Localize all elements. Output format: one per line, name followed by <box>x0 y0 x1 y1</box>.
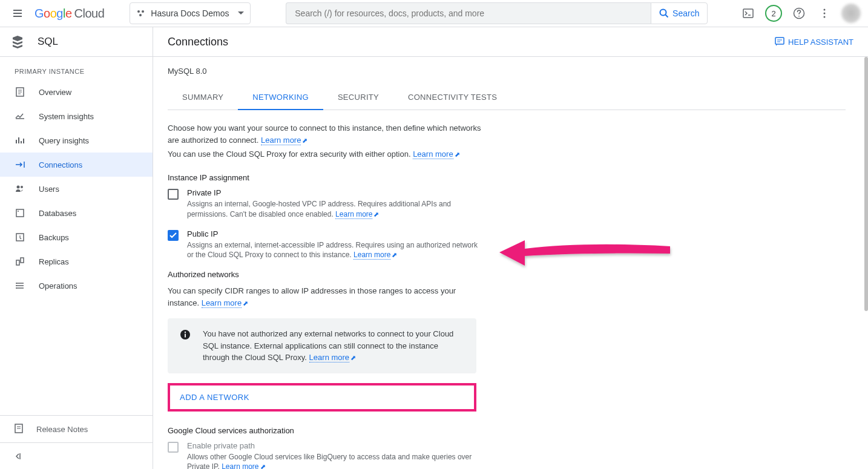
project-icon <box>136 8 146 18</box>
sidebar-item-replicas[interactable]: Replicas <box>0 249 153 274</box>
intro-text-2: You can use the Cloud SQL Proxy for extr… <box>168 149 853 159</box>
private-path-checkbox <box>168 442 179 453</box>
operations-icon <box>15 282 25 289</box>
external-link-icon: ⬈ <box>302 137 307 144</box>
private-ip-desc: Assigns an internal, Google-hosted VPC I… <box>187 199 482 220</box>
svg-point-3 <box>660 10 666 16</box>
learn-more-link[interactable]: Learn more <box>413 149 453 159</box>
svg-point-6 <box>824 9 826 11</box>
sidebar-item-users[interactable]: Users <box>0 177 153 201</box>
cloud-shell-icon[interactable] <box>740 5 757 22</box>
private-ip-checkbox[interactable] <box>168 189 179 200</box>
collapse-sidebar-button[interactable] <box>0 442 153 469</box>
more-options-icon[interactable] <box>816 5 833 22</box>
public-ip-checkbox[interactable] <box>168 230 179 241</box>
learn-more-link[interactable]: Learn more <box>261 136 301 145</box>
sidebar-item-query-insights[interactable]: Query insights <box>0 128 153 153</box>
chevron-left-icon <box>15 453 22 460</box>
connections-icon <box>15 161 25 168</box>
instance-subtitle: MySQL 8.0 <box>168 67 853 76</box>
chat-icon <box>775 37 784 47</box>
gcs-auth-title: Google Cloud services authorization <box>168 426 853 435</box>
users-icon <box>15 185 25 192</box>
authorized-networks-desc: You can specify CIDR ranges to allow IP … <box>168 285 482 309</box>
tab-networking[interactable]: NETWORKING <box>238 85 323 110</box>
private-ip-label: Private IP <box>187 188 482 197</box>
svg-point-13 <box>18 211 19 212</box>
product-title: SQL <box>38 36 58 48</box>
notifications-badge[interactable]: 2 <box>765 5 782 22</box>
tab-summary[interactable]: SUMMARY <box>168 85 238 110</box>
public-ip-label: Public IP <box>187 229 482 238</box>
query-insights-icon <box>15 136 25 145</box>
tab-connectivity-tests[interactable]: CONNECTIVITY TESTS <box>393 85 511 110</box>
overview-icon <box>15 87 25 97</box>
search-box[interactable] <box>286 2 651 24</box>
learn-more-link[interactable]: Learn more <box>309 353 349 362</box>
external-link-icon: ⬈ <box>455 151 460 158</box>
external-link-icon: ⬈ <box>392 251 397 258</box>
add-network-button[interactable]: ADD A NETWORK <box>168 383 476 412</box>
ip-assignment-title: Instance IP assignment <box>168 173 853 182</box>
learn-more-link[interactable]: Learn more <box>335 210 372 219</box>
check-icon <box>169 232 177 238</box>
svg-point-8 <box>824 16 826 18</box>
svg-rect-4 <box>743 9 753 18</box>
external-link-icon: ⬈ <box>260 463 266 469</box>
project-name: Hasura Docs Demos <box>151 8 233 18</box>
release-notes-icon <box>15 424 23 435</box>
external-link-icon: ⬈ <box>243 300 248 307</box>
google-cloud-logo[interactable]: GoogleCloud <box>35 7 104 21</box>
svg-point-10 <box>17 186 20 189</box>
page-title: Connections <box>168 36 228 48</box>
replicas-icon <box>15 257 25 266</box>
release-notes-link[interactable]: Release Notes <box>0 416 153 442</box>
product-header: SQL <box>0 27 153 57</box>
help-assistant-button[interactable]: HELP ASSISTANT <box>775 37 853 47</box>
scrollbar[interactable] <box>864 57 868 468</box>
tab-security[interactable]: SECURITY <box>323 85 393 110</box>
chevron-down-icon <box>238 11 244 15</box>
svg-rect-24 <box>185 334 186 338</box>
help-icon[interactable] <box>791 5 807 22</box>
search-icon <box>659 8 669 18</box>
svg-rect-21 <box>775 38 784 44</box>
learn-more-link[interactable]: Learn more <box>353 251 390 260</box>
hamburger-menu-icon[interactable] <box>7 4 27 24</box>
scrollbar-thumb[interactable] <box>864 57 868 311</box>
svg-point-1 <box>142 10 144 13</box>
svg-point-0 <box>137 10 140 13</box>
user-avatar[interactable] <box>841 4 861 23</box>
intro-text-1: Choose how you want your source to conne… <box>168 122 482 146</box>
system-insights-icon <box>15 113 25 119</box>
external-link-icon: ⬈ <box>373 211 379 218</box>
info-text: You have not authorized any external net… <box>203 328 464 364</box>
backups-icon <box>15 233 25 241</box>
sidebar-item-connections[interactable]: Connections <box>0 153 153 177</box>
svg-rect-12 <box>16 209 24 217</box>
sidebar-item-backups[interactable]: Backups <box>0 225 153 249</box>
external-link-icon: ⬈ <box>350 354 356 361</box>
learn-more-link[interactable]: Learn more <box>202 298 242 308</box>
search-button[interactable]: Search <box>651 2 708 24</box>
tabs: SUMMARY NETWORKING SECURITY CONNECTIVITY… <box>168 85 846 110</box>
svg-rect-16 <box>21 258 24 263</box>
sidebar-item-system-insights[interactable]: System insights <box>0 104 153 128</box>
public-ip-desc: Assigns an external, internet-accessible… <box>187 240 482 261</box>
info-icon <box>180 329 191 340</box>
svg-rect-15 <box>16 260 19 265</box>
sidebar-section-label: PRIMARY INSTANCE <box>0 68 153 80</box>
sidebar-item-databases[interactable]: Databases <box>0 201 153 225</box>
svg-point-7 <box>824 13 826 15</box>
sql-product-icon <box>11 35 24 48</box>
svg-point-19 <box>16 287 17 289</box>
databases-icon <box>15 209 25 217</box>
svg-point-2 <box>139 14 142 16</box>
svg-point-17 <box>16 283 17 284</box>
svg-point-11 <box>21 186 23 188</box>
project-selector[interactable]: Hasura Docs Demos <box>130 2 251 24</box>
sidebar-item-operations[interactable]: Operations <box>0 274 153 298</box>
search-input[interactable] <box>295 8 642 18</box>
learn-more-link[interactable]: Learn more <box>222 462 258 469</box>
sidebar-item-overview[interactable]: Overview <box>0 80 153 104</box>
